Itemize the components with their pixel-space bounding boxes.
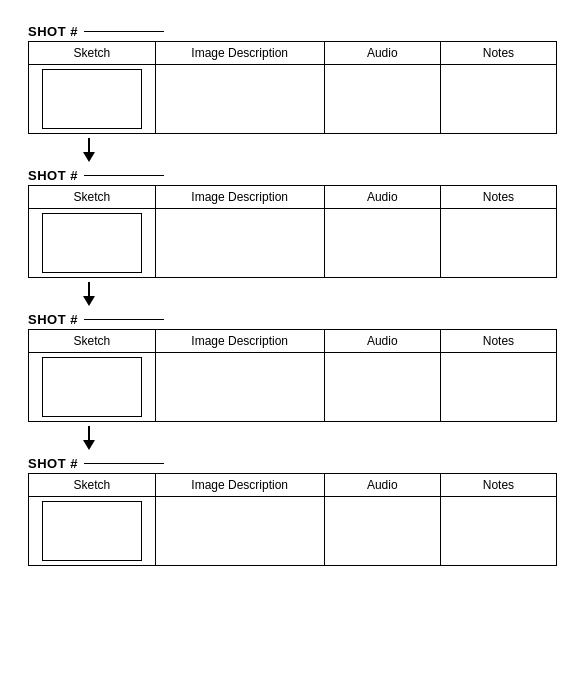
audio-cell-1[interactable] (324, 65, 440, 134)
col-sketch-1: Sketch (29, 42, 156, 65)
shot-header-3: SHOT # (28, 308, 164, 329)
col-image-desc-4: Image Description (155, 474, 324, 497)
sketch-box-3 (42, 357, 142, 417)
audio-cell-2[interactable] (324, 209, 440, 278)
col-image-desc-2: Image Description (155, 186, 324, 209)
shot-line-3 (84, 319, 164, 320)
shot-table-1: Sketch Image Description Audio Notes (28, 41, 557, 134)
sketch-cell-4 (29, 497, 156, 566)
audio-cell-4[interactable] (324, 497, 440, 566)
shot-line-2 (84, 175, 164, 176)
notes-cell-1[interactable] (440, 65, 556, 134)
shot-table-3: Sketch Image Description Audio Notes (28, 329, 557, 422)
arrow-2 (28, 282, 557, 306)
page: SHOT # Sketch Image Description Audio No… (0, 0, 585, 700)
arrow-3 (28, 426, 557, 450)
shot-label-1: SHOT # (28, 24, 78, 39)
shot-block-2: SHOT # Sketch Image Description Audio No… (28, 164, 557, 278)
sketch-cell-2 (29, 209, 156, 278)
shot-label-3: SHOT # (28, 312, 78, 327)
sketch-box-2 (42, 213, 142, 273)
arrow-down-1 (83, 138, 95, 162)
col-sketch-4: Sketch (29, 474, 156, 497)
arrow-1 (28, 138, 557, 162)
sketch-box-1 (42, 69, 142, 129)
arrow-shaft-2 (88, 282, 90, 296)
shot-line-4 (84, 463, 164, 464)
shot-header-1: SHOT # (28, 20, 164, 41)
sketch-cell-1 (29, 65, 156, 134)
sketch-cell-3 (29, 353, 156, 422)
shot-table-4: Sketch Image Description Audio Notes (28, 473, 557, 566)
col-sketch-3: Sketch (29, 330, 156, 353)
sketch-box-4 (42, 501, 142, 561)
arrow-head-3 (83, 440, 95, 450)
arrow-head-2 (83, 296, 95, 306)
arrow-down-3 (83, 426, 95, 450)
shot-header-4: SHOT # (28, 452, 164, 473)
col-audio-4: Audio (324, 474, 440, 497)
shot-block-4: SHOT # Sketch Image Description Audio No… (28, 452, 557, 566)
shot-line-1 (84, 31, 164, 32)
col-audio-1: Audio (324, 42, 440, 65)
image-desc-cell-4[interactable] (155, 497, 324, 566)
col-notes-2: Notes (440, 186, 556, 209)
col-audio-2: Audio (324, 186, 440, 209)
notes-cell-4[interactable] (440, 497, 556, 566)
image-desc-cell-3[interactable] (155, 353, 324, 422)
arrow-shaft-1 (88, 138, 90, 152)
notes-cell-3[interactable] (440, 353, 556, 422)
col-image-desc-3: Image Description (155, 330, 324, 353)
audio-cell-3[interactable] (324, 353, 440, 422)
shot-block-1: SHOT # Sketch Image Description Audio No… (28, 20, 557, 134)
shot-label-4: SHOT # (28, 456, 78, 471)
shot-header-2: SHOT # (28, 164, 164, 185)
image-desc-cell-2[interactable] (155, 209, 324, 278)
arrow-head-1 (83, 152, 95, 162)
col-notes-4: Notes (440, 474, 556, 497)
col-notes-3: Notes (440, 330, 556, 353)
col-audio-3: Audio (324, 330, 440, 353)
shot-table-2: Sketch Image Description Audio Notes (28, 185, 557, 278)
image-desc-cell-1[interactable] (155, 65, 324, 134)
col-sketch-2: Sketch (29, 186, 156, 209)
arrow-shaft-3 (88, 426, 90, 440)
notes-cell-2[interactable] (440, 209, 556, 278)
shot-block-3: SHOT # Sketch Image Description Audio No… (28, 308, 557, 422)
col-image-desc-1: Image Description (155, 42, 324, 65)
shot-label-2: SHOT # (28, 168, 78, 183)
col-notes-1: Notes (440, 42, 556, 65)
arrow-down-2 (83, 282, 95, 306)
